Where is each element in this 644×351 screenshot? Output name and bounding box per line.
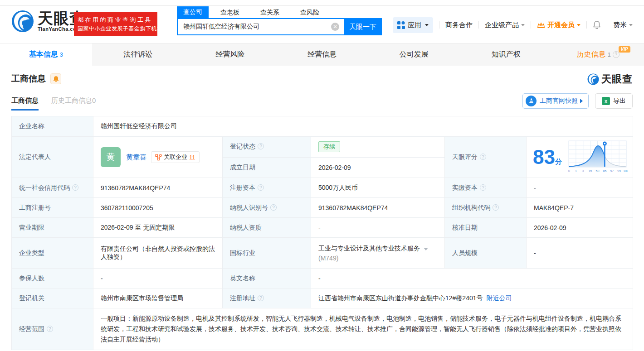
help-icon[interactable]: ? <box>258 184 264 191</box>
section-watermark-logo: 天眼查 <box>587 72 633 86</box>
svg-text:85: 85 <box>603 169 607 173</box>
search-tabs: 查公司 查老板 查关系 查风险 <box>177 6 382 18</box>
related-companies-badge[interactable]: 关联企业 11 <box>151 151 200 163</box>
taxpayer-id-value: 91360782MAK84QEP74 <box>311 198 445 218</box>
reg-authority-label: 登记机关 <box>12 288 93 308</box>
slogan-banner: 都在用的商业查询工具 国家中小企业发展子基金旗下机构 <box>74 12 157 36</box>
tab-count: 1 <box>607 51 610 58</box>
table-row: 企业类型 有限责任公司（非自然人投资或控股的法人独资） 国标行业 工业与专业设计… <box>12 238 633 269</box>
approval-date-value: 2026-02-09 <box>527 218 633 238</box>
paid-capital-label: 实缴资本? <box>445 178 527 198</box>
reg-address-label: 注册地址? <box>223 288 311 308</box>
reg-capital-value: 5000万人民币 <box>311 178 445 198</box>
subtab-history-business-info[interactable]: 历史工商信息0 <box>51 96 96 111</box>
chevron-down-icon <box>521 24 525 26</box>
slogan-line2: 国家中小企业发展子基金旗下机构 <box>78 24 154 33</box>
search-tab-company[interactable]: 查公司 <box>177 6 209 18</box>
help-icon[interactable]: ? <box>258 295 264 301</box>
help-icon[interactable]: ? <box>270 204 277 211</box>
help-icon[interactable]: ? <box>47 326 53 332</box>
score-unit: 分 <box>555 158 562 165</box>
svg-text:50: 50 <box>596 169 600 173</box>
help-icon[interactable]: ? <box>493 204 499 211</box>
reg-address-cell: 江西省赣州市南康区东山街道办事处金融中心12#楼2401号附近公司 <box>311 288 633 308</box>
stamp-icon <box>526 96 537 106</box>
reg-number-label: 工商注册号 <box>12 198 93 218</box>
business-term-label: 营业期限 <box>12 218 93 238</box>
tab-operation-risk[interactable]: 经营风险 <box>184 43 276 66</box>
staff-size-label: 人员规模 <box>445 238 527 269</box>
arrow-right-icon <box>580 99 583 103</box>
score-label: 天眼评分? <box>445 137 527 178</box>
user-account-menu[interactable]: 费米 <box>613 21 633 29</box>
business-scope-label: 经营范围? <box>12 308 93 350</box>
divider <box>478 21 479 29</box>
industry-label: 国标行业 <box>223 238 311 269</box>
export-button[interactable]: x 导出 <box>595 93 633 109</box>
divider <box>531 21 531 29</box>
insured-count-value: - <box>93 269 223 288</box>
reg-status-label: 登记状态? <box>223 137 311 158</box>
vip-badge: VIP <box>619 46 630 53</box>
tab-company-development[interactable]: 公司发展 <box>368 43 460 66</box>
tab-legal-litigation[interactable]: 法律诉讼 <box>92 43 184 66</box>
divider <box>439 21 439 29</box>
chevron-down-icon <box>577 24 581 26</box>
credit-code-label: 统一社会信用代码? <box>12 178 93 198</box>
subtab-business-info[interactable]: 工商信息 <box>11 96 39 111</box>
help-icon[interactable]: ? <box>258 143 264 149</box>
search-input[interactable] <box>177 18 344 35</box>
main-content: 工商信息 天眼查 工商信息 历史工商信息0 工商官网快照 <box>0 72 644 350</box>
tianyancha-logo-icon <box>587 73 599 85</box>
tab-operation-info[interactable]: 经营信息 <box>276 43 368 66</box>
search-tab-risk[interactable]: 查风险 <box>296 7 324 18</box>
apps-label: 应用 <box>408 21 421 29</box>
help-icon[interactable]: ? <box>480 154 486 160</box>
business-info-table: 企业名称 赣州国轩低空经济有限公司 法定代表人 黄 黄章喜 关联 <box>11 116 633 350</box>
bell-icon <box>593 20 601 29</box>
help-icon[interactable]: ? <box>480 184 486 191</box>
notification-bell-button[interactable] <box>593 20 601 29</box>
nearby-companies-link[interactable]: 附近公司 <box>487 294 512 302</box>
tab-basic-info[interactable]: 基本信息 3 <box>0 43 92 66</box>
search-tab-boss[interactable]: 查老板 <box>216 7 244 18</box>
company-type-value: 有限责任公司（非自然人投资或控股的法人独资） <box>93 238 223 269</box>
table-row: 企业名称 赣州国轩低空经济有限公司 <box>12 116 633 137</box>
header-right-menu: 应用 商务合作 企业级产品 开通会员 费米 <box>393 16 633 34</box>
help-icon[interactable]: ? <box>613 51 620 58</box>
open-vip-link[interactable]: 开通会员 <box>537 21 581 29</box>
help-icon[interactable]: ? <box>72 184 78 191</box>
chevron-down-icon[interactable] <box>424 248 428 250</box>
staff-size-value: - <box>527 238 633 269</box>
svg-text:15: 15 <box>589 169 592 173</box>
chevron-down-icon <box>425 24 429 26</box>
establish-date-label: 成立日期 <box>223 157 311 178</box>
section-title: 工商信息 <box>11 73 46 85</box>
insured-count-label: 参保人数 <box>12 269 93 288</box>
reg-authority-value: 赣州市南康区市场监督管理局 <box>93 288 223 308</box>
monitor-bell-button[interactable] <box>50 73 61 84</box>
taxpayer-id-label: 纳税人识别号? <box>223 198 311 218</box>
legal-rep-name-link[interactable]: 黄章喜 <box>126 153 146 162</box>
table-row: 统一社会信用代码? 91360782MAK84QEP74 注册资本? 5000万… <box>12 178 633 198</box>
apps-button[interactable]: 应用 <box>393 17 433 33</box>
divider <box>607 21 607 29</box>
reg-status-cell: 存续 <box>311 137 445 158</box>
crown-icon <box>537 22 545 29</box>
search-button[interactable]: 天眼一下 <box>344 18 382 35</box>
slogan-line1: 都在用的商业查询工具 <box>78 15 154 24</box>
enterprise-product-link[interactable]: 企业级产品 <box>485 21 525 29</box>
header: 天眼查 TianYanCha.com 都在用的商业查询工具 国家中小企业发展子基… <box>0 0 644 43</box>
official-snapshot-button[interactable]: 工商官网快照 <box>522 93 589 109</box>
business-term-value: 2026-02-09 至 无固定期限 <box>93 218 223 238</box>
reg-number-value: 360782110007205 <box>93 198 223 218</box>
clear-icon[interactable]: ✕ <box>331 23 339 31</box>
avatar[interactable]: 黄 <box>101 147 121 167</box>
search-tab-relation[interactable]: 查关系 <box>256 7 284 18</box>
status-badge: 存续 <box>318 141 340 152</box>
taxpayer-quali-label: 纳税人资质 <box>223 218 311 238</box>
tab-intellectual-property[interactable]: 知识产权 <box>460 43 552 66</box>
business-cooperation-link[interactable]: 商务合作 <box>445 21 473 29</box>
tab-history-info[interactable]: VIP 历史信息 1 ? <box>552 43 644 66</box>
legal-rep-cell: 黄 黄章喜 关联企业 11 <box>93 137 223 178</box>
